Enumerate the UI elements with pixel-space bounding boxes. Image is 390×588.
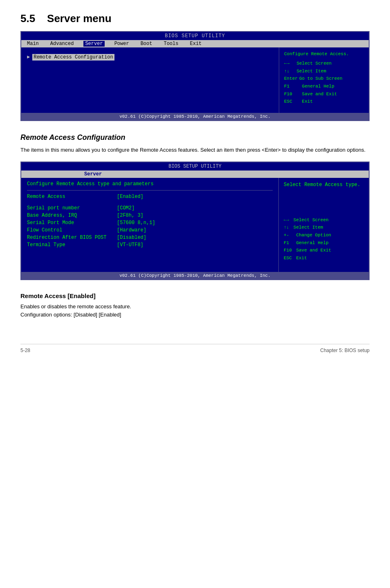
bios-screen-2: BIOS SETUP UTILITY Server Configure Remo…	[20, 162, 370, 280]
bios-body-1: ► Remote Access Configuration Configure …	[21, 47, 369, 113]
bios2-value-redirection: [Disabled]	[117, 235, 146, 240]
remote-access-section-title: Remote Access [Enabled]	[20, 292, 370, 299]
bios2-section-title: Configure Remote Access type and paramet…	[27, 181, 273, 187]
menu-exit[interactable]: Exit	[188, 41, 203, 47]
page-footer: 5-28 Chapter 5: BIOS setup	[20, 344, 370, 353]
menu-tools[interactable]: Tools	[162, 41, 180, 47]
bios2-row-serial-mode[interactable]: Serial Port Mode [57600 8,n,1]	[27, 220, 273, 226]
menu-power[interactable]: Power	[113, 41, 131, 47]
help-key-f10: F10 Save and Exit	[284, 90, 364, 98]
bios2-key-f1: F1 General Help	[284, 239, 364, 247]
bios2-row-flow-control[interactable]: Flow Control [Hardware]	[27, 227, 273, 233]
bios2-row-redirection[interactable]: Redirection After BIOS POST [Disabled]	[27, 235, 273, 240]
bios-item-remote-access[interactable]: ► Remote Access Configuration	[27, 54, 273, 61]
bios2-label-terminal-type: Terminal Type	[27, 242, 117, 248]
footer-page-number: 5-28	[20, 348, 30, 353]
bios-footer-1: v02.61 (C)Copyright 1985-2010, American …	[21, 113, 369, 120]
bios2-label-redirection: Redirection After BIOS POST	[27, 235, 117, 240]
remote-access-config-item[interactable]: Remote Access Configuration	[32, 54, 114, 61]
bios2-row-remote-access[interactable]: Remote Access [Enabled]	[27, 194, 273, 200]
bios2-key-esc: ESC Exit	[284, 254, 364, 262]
menu-main[interactable]: Main	[25, 41, 40, 47]
bios2-left-panel: Configure Remote Access type and paramet…	[21, 178, 279, 272]
help-key-item: ↑↓ Select Item	[284, 67, 364, 75]
menu-boot[interactable]: Boot	[139, 41, 154, 47]
bios2-label-serial-mode: Serial Port Mode	[27, 220, 117, 226]
section-title: 5.5 Server menu	[20, 12, 370, 25]
bios2-key-f10: F10 Save and Exit	[284, 247, 364, 254]
help-title-1: Configure Remote Access.	[284, 52, 364, 56]
help-keys-1: ←→ Select Screen ↑↓ Select Item Enter Go…	[284, 60, 364, 105]
bios2-key-item: ↑↓ Select Item	[284, 224, 364, 231]
bios2-row-terminal-type[interactable]: Terminal Type [VT-UTF8]	[27, 242, 273, 248]
bios-title-bar-1: BIOS SETUP UTILITY	[21, 32, 369, 40]
help-key-screen: ←→ Select Screen	[284, 60, 364, 67]
bios-main-panel-1: ► Remote Access Configuration	[21, 47, 279, 113]
bios2-value-flow-control: [Hardware]	[117, 227, 146, 233]
bios2-value-remote-access: [Enabled]	[117, 194, 143, 200]
bios-tab-server[interactable]: Server	[21, 171, 369, 178]
remote-access-desc-1: Enables or disables the remote access fe…	[20, 303, 370, 311]
server-tab-label[interactable]: Server	[78, 171, 108, 177]
menu-advanced[interactable]: Advanced	[49, 41, 76, 47]
subsection-title: Remote Access Configuration	[20, 133, 370, 142]
bios2-body: Configure Remote Access type and paramet…	[21, 178, 369, 272]
bios2-value-base-addr: [2F8h, 3]	[117, 213, 143, 218]
bios2-value-terminal-type: [VT-UTF8]	[117, 242, 143, 248]
help-key-esc: ESC Exit	[284, 98, 364, 105]
help-key-enter: Enter Go to Sub Screen	[284, 75, 364, 83]
menu-server[interactable]: Server	[83, 41, 104, 47]
bios2-right-panel: Select Remote Access type. ←→ Select Scr…	[279, 178, 369, 272]
bios-menu-bar-1: Main Advanced Server Power Boot Tools Ex…	[21, 40, 369, 47]
bios2-key-screen: ←→ Select Screen	[284, 216, 364, 224]
help-key-f1: F1 General Help	[284, 83, 364, 90]
bios2-label-serial-port: Serial port number	[27, 205, 117, 211]
subsection-desc: The items in this menu allows you to con…	[20, 146, 370, 154]
bios2-row-base-addr[interactable]: Base Address, IRQ [2F8h, 3]	[27, 213, 273, 218]
bios-title-bar-2: BIOS SETUP UTILITY	[21, 162, 369, 171]
arrow-icon: ►	[27, 54, 30, 60]
footer-chapter: Chapter 5: BIOS setup	[320, 348, 370, 353]
bios2-help-keys: ←→ Select Screen ↑↓ Select Item +- Chang…	[284, 216, 364, 262]
bios2-label-flow-control: Flow Control	[27, 227, 117, 233]
bios-help-panel-1: Configure Remote Access. ←→ Select Scree…	[279, 47, 369, 113]
bios2-key-change: +- Change Option	[284, 231, 364, 239]
remote-access-desc-2: Configuration options: [Disabled] [Enabl…	[20, 311, 370, 319]
bios2-help-text: Select Remote Access type.	[284, 182, 364, 188]
bios2-value-serial-port: [COM2]	[117, 205, 134, 211]
bios2-label-remote-access: Remote Access	[27, 194, 117, 200]
bios-screen-1: BIOS SETUP UTILITY Main Advanced Server …	[20, 31, 370, 121]
bios2-value-serial-mode: [57600 8,n,1]	[117, 220, 155, 226]
bios-footer-2: v02.61 (C)Copyright 1985-2010, American …	[21, 272, 369, 279]
bios2-row-serial-port[interactable]: Serial port number [COM2]	[27, 205, 273, 211]
bios2-label-base-addr: Base Address, IRQ	[27, 213, 117, 218]
bios2-divider	[27, 190, 273, 191]
